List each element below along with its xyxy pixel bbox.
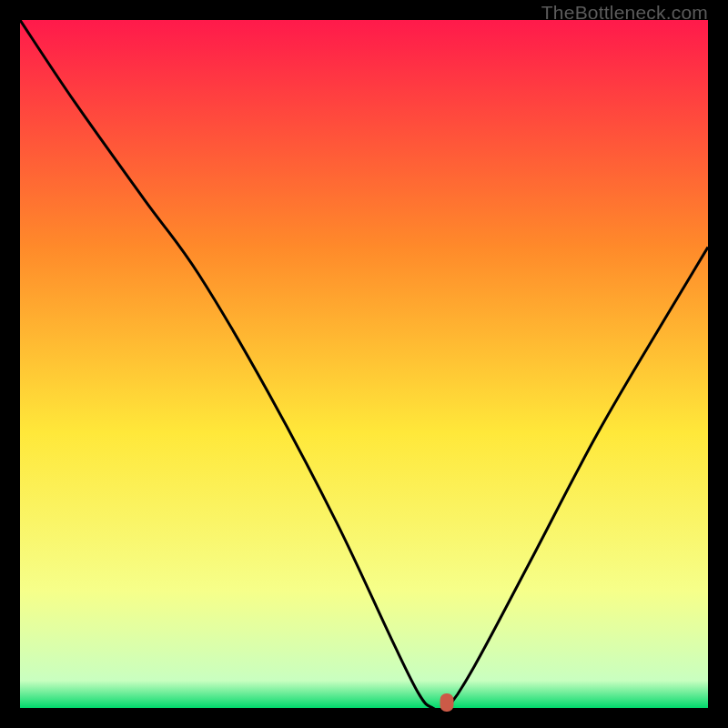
optimal-point-marker [440, 693, 453, 712]
chart-background [20, 20, 708, 708]
bottleneck-chart [20, 20, 708, 708]
chart-frame [20, 20, 708, 708]
